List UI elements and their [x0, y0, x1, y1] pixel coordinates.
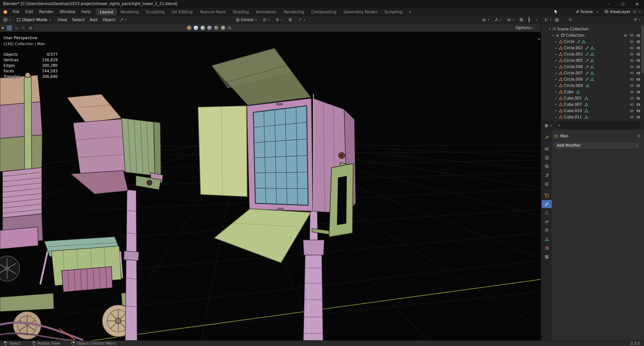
falloff-dropdown[interactable]	[296, 17, 307, 22]
viewport-menu-object[interactable]: Object	[100, 17, 118, 22]
outliner-editor-selector[interactable]	[543, 17, 553, 23]
outliner-row-collection[interactable]: ▾Collection	[541, 32, 644, 38]
workspace-tab-geometry-nodes[interactable]: Geometry Nodes	[340, 8, 381, 16]
mesh-data-icon[interactable]	[590, 71, 594, 75]
outliner-row-cube-007[interactable]: ▸Cube.007	[541, 101, 644, 108]
unlink-scene-icon[interactable]	[595, 10, 599, 14]
workspace-tab-rendering[interactable]: Rendering	[280, 8, 308, 16]
new-viewlayer-icon[interactable]	[633, 10, 637, 14]
outliner-row-cube-010[interactable]: ▸Cube.010	[541, 108, 644, 114]
collapse-arrow-icon[interactable]: ▾	[551, 34, 555, 37]
outliner-row-circle-006[interactable]: ▸Circle.006	[541, 64, 644, 70]
outliner-display-mode[interactable]	[553, 17, 561, 23]
hide-eye-icon[interactable]	[630, 53, 634, 56]
close-button[interactable]	[630, 0, 644, 8]
workspace-tab-texture-paint[interactable]: Texture Paint	[196, 8, 229, 16]
outliner-row-circle-008[interactable]: ▸Circle.008	[541, 76, 644, 82]
properties-tab-constraints[interactable]	[542, 226, 552, 234]
hide-eye-icon[interactable]	[630, 116, 634, 119]
select-mode-new-button[interactable]	[6, 25, 13, 31]
sidebar-expand-arrow[interactable]: ◂	[538, 36, 540, 41]
shading-wireframe-button[interactable]	[528, 17, 530, 23]
expand-arrow-icon[interactable]: ▸	[554, 96, 558, 100]
blender-logo-icon[interactable]	[3, 9, 8, 15]
options-dropdown[interactable]: Options	[515, 25, 533, 30]
properties-tab-output[interactable]	[542, 154, 552, 162]
remove-viewlayer-icon[interactable]	[638, 10, 641, 14]
snap-dropdown[interactable]	[274, 17, 284, 22]
properties-tab-view_layer[interactable]	[542, 162, 552, 170]
properties-search-field[interactable]	[555, 123, 641, 128]
3d-scene[interactable]	[0, 32, 541, 340]
outliner-row-cube-001[interactable]: ▸Cube.001	[541, 95, 644, 101]
hide-eye-icon[interactable]	[630, 59, 634, 62]
disable-render-icon[interactable]	[636, 103, 640, 106]
3d-viewport[interactable]: User Perspective (140) Collection | Man …	[0, 32, 541, 340]
modifier-wrench-icon[interactable]	[577, 40, 581, 43]
mesh-data-icon[interactable]	[576, 90, 580, 94]
xray-toggle[interactable]	[518, 17, 525, 22]
pin-icon[interactable]	[637, 134, 640, 138]
shading-options-dropdown[interactable]	[536, 18, 537, 21]
mesh-data-icon[interactable]	[590, 46, 594, 50]
hide-eye-icon[interactable]	[630, 34, 634, 37]
tool-option-icon[interactable]	[214, 26, 219, 30]
menu-render[interactable]: Render	[36, 8, 57, 16]
hide-eye-icon[interactable]	[630, 40, 634, 43]
disable-render-icon[interactable]	[636, 71, 640, 75]
expand-arrow-icon[interactable]: ▸	[554, 109, 558, 112]
hide-eye-icon[interactable]	[630, 90, 634, 93]
outliner-filter-dropdown[interactable]	[632, 17, 642, 22]
mesh-data-icon[interactable]	[590, 77, 594, 81]
menu-edit[interactable]: Edit	[22, 8, 36, 16]
disable-render-icon[interactable]	[636, 90, 640, 93]
properties-tab-modifiers[interactable]	[542, 200, 552, 208]
properties-tab-world[interactable]	[542, 180, 552, 188]
gizmo-dropdown[interactable]	[493, 17, 503, 22]
outliner-row-scene-collection[interactable]: ▾Scene Collection	[541, 26, 644, 32]
properties-tab-object[interactable]	[542, 191, 552, 199]
disable-render-icon[interactable]	[636, 96, 640, 100]
scene-selector[interactable]: Scene	[574, 9, 594, 15]
modifier-wrench-icon[interactable]	[585, 77, 589, 81]
search-icon[interactable]	[228, 26, 232, 30]
transform-widget-dropdown[interactable]	[118, 17, 128, 22]
disable-render-icon[interactable]	[636, 59, 640, 62]
properties-tab-particles[interactable]	[542, 209, 552, 217]
expand-arrow-icon[interactable]: ▸	[554, 84, 558, 87]
collapse-arrow-icon[interactable]: ▾	[548, 27, 552, 31]
modifier-wrench-icon[interactable]	[585, 71, 589, 75]
disable-render-icon[interactable]	[636, 84, 640, 87]
mesh-data-icon[interactable]	[590, 65, 594, 69]
outliner-row-cube-011[interactable]: ▸Cube.011	[541, 114, 644, 120]
outliner-search-button[interactable]	[567, 17, 574, 22]
properties-tab-data[interactable]	[542, 235, 552, 243]
properties-search-input[interactable]	[562, 124, 639, 128]
hide-eye-icon[interactable]	[630, 65, 634, 68]
outliner-row-circle-002[interactable]: ▸Circle.002	[541, 45, 644, 51]
viewport-menu-select[interactable]: Select	[70, 17, 87, 22]
add-workspace-button[interactable]: +	[406, 9, 414, 14]
workspace-tab-sculpting[interactable]: Sculpting	[142, 8, 168, 16]
hide-eye-icon[interactable]	[630, 72, 634, 75]
disable-render-icon[interactable]	[636, 109, 640, 112]
disable-render-icon[interactable]	[636, 53, 640, 56]
mesh-data-icon[interactable]	[584, 96, 588, 100]
properties-tab-tool[interactable]	[542, 133, 552, 141]
select-mode-subtract-button[interactable]	[20, 25, 27, 31]
pivot-point-dropdown[interactable]	[261, 17, 271, 22]
toolbar-expand-arrow[interactable]: ▶	[2, 26, 4, 29]
proportional-edit-toggle[interactable]	[287, 17, 294, 22]
properties-tab-scene[interactable]	[542, 171, 552, 179]
expand-arrow-icon[interactable]: ▸	[554, 103, 558, 106]
hide-eye-icon[interactable]	[630, 84, 634, 87]
expand-arrow-icon[interactable]: ▸	[554, 65, 558, 68]
outliner-row-cube[interactable]: ▸Cube	[541, 89, 644, 95]
mesh-data-icon[interactable]	[584, 115, 588, 119]
disable-render-icon[interactable]	[636, 115, 640, 119]
properties-tab-texture[interactable]	[542, 253, 552, 261]
disable-render-icon[interactable]	[636, 40, 640, 43]
modifier-wrench-icon[interactable]	[585, 59, 589, 62]
modifier-wrench-icon[interactable]	[585, 65, 589, 69]
expand-arrow-icon[interactable]: ▸	[554, 115, 558, 119]
